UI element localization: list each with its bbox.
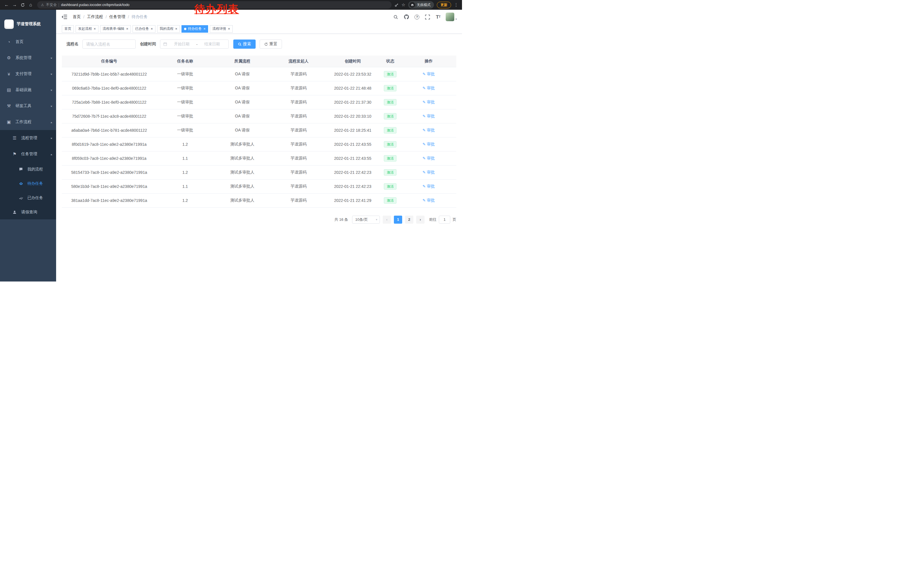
sidebar-item-leave-query[interactable]: 请假查询 [0,205,56,219]
chevron-down-icon: ▾ [50,89,52,92]
cell-created: 2022-01-21 22:42:23 [326,165,379,179]
page-size-select[interactable]: 10条/页 ▾ [352,216,380,224]
table-row: 580e1b3d-7ac8-11ec-a9e2-a2380e71991a 1.1… [62,179,456,193]
goto-unit: 页 [453,217,456,222]
tab[interactable]: 我的流程 × [157,25,180,33]
cell-initiator: 芋道源码 [271,123,326,137]
cell-process: OA 请假 [214,67,271,81]
status-badge: 激活 [384,169,396,176]
sidebar-item-done-task[interactable]: 已办任务 [0,191,56,205]
back-icon[interactable]: ← [3,1,10,9]
bookmark-star-icon[interactable]: ☆ [402,2,405,8]
tab-close-icon[interactable]: × [203,27,206,31]
cell-task-id: 381aa1dd-7ac8-11ec-a9e2-a2380e71991a [62,193,157,207]
approve-link[interactable]: ✎ 审批 [423,142,435,147]
not-secure-icon: ⚠ [41,3,44,7]
cell-task-name: 1.2 [157,165,214,179]
tab[interactable]: 发起流程 × [76,25,99,33]
sidebar-collapse-icon[interactable] [61,14,68,20]
cell-task-name: 一级审批 [157,81,214,95]
sidebar-item-infrastructure[interactable]: ▤ 基础设施 ▾ [0,82,56,98]
breadcrumb-home[interactable]: 首页 [73,14,81,20]
prev-page-button[interactable]: ‹ [383,216,391,224]
cell-process: OA 请假 [214,81,271,95]
workflow-icon: ▣ [6,119,12,125]
caret-down-icon: ▾ [455,18,457,21]
cell-initiator: 芋道源码 [271,137,326,151]
logo-row: 芋道管理系统 [0,10,56,34]
page-button-1[interactable]: 1 [394,216,402,224]
tab-close-icon[interactable]: × [94,27,96,31]
tab[interactable]: 待办任务 × [182,25,208,33]
approve-link[interactable]: ✎ 审批 [423,100,435,105]
approve-link[interactable]: ✎ 审批 [423,128,435,133]
date-range-picker[interactable]: 开始日期 - 结束日期 [160,39,229,49]
search-button[interactable]: 搜索 [233,39,256,49]
github-icon[interactable] [404,14,410,20]
font-size-icon[interactable]: TT [435,14,441,20]
tab-close-icon[interactable]: × [228,27,230,31]
approve-link[interactable]: ✎ 审批 [423,198,435,203]
sidebar-item-devtools[interactable]: ⚒ 研发工具 ▾ [0,98,56,114]
page-button-2[interactable]: 2 [405,216,413,224]
tab-close-icon[interactable]: × [175,27,177,31]
sidebar-item-home[interactable]: ◔ 首页 [0,34,56,50]
table-row: a6aba0a4-7b6d-11ec-b781-acde48001122 一级审… [62,123,456,137]
tab[interactable]: 流程表单-编辑 × [100,25,131,33]
sidebar-item-process-mgmt[interactable]: ☰ 流程管理 ▾ [0,130,56,146]
tab-close-icon[interactable]: × [126,27,129,31]
approve-link[interactable]: ✎ 审批 [423,170,435,175]
navbar-right: ? TT ▾ [393,13,457,21]
approve-link[interactable]: ✎ 审批 [423,86,435,91]
goto-label: 前往 [429,217,436,222]
process-name-input[interactable] [82,39,136,49]
sidebar-item-workflow[interactable]: ▣ 工作流程 ▴ [0,114,56,130]
search-icon[interactable] [393,14,399,20]
cell-created: 2022-01-22 20:33:10 [326,109,379,123]
table-row: 75d72608-7b7f-11ec-a3c8-acde48001122 一级审… [62,109,456,123]
app-title: 芋道管理系统 [16,21,40,27]
help-icon[interactable]: ? [414,14,420,20]
cell-task-id: 580e1b3d-7ac8-11ec-a9e2-a2380e71991a [62,179,157,193]
cell-initiator: 芋道源码 [271,179,326,193]
incognito-badge[interactable]: 无痕模式 [408,1,434,9]
cell-process: 测试多审批人 [214,165,271,179]
tab[interactable]: 首页 × [62,25,74,33]
tab[interactable]: 已办任务 × [132,25,155,33]
sidebar-item-todo-task[interactable]: 待办任务 [0,176,56,191]
edit-icon: ✎ [423,184,426,188]
omnibox-divider [58,3,59,7]
edit-icon: ✎ [423,100,426,104]
cell-process: OA 请假 [214,95,271,109]
home-icon[interactable]: ⌂ [27,1,34,9]
cell-created: 2022-01-22 21:37:30 [326,95,379,109]
cell-task-id: a6aba0a4-7b6d-11ec-b781-acde48001122 [62,123,157,137]
reset-button[interactable]: 重置 [260,39,282,49]
approve-link[interactable]: ✎ 审批 [423,114,435,119]
fullscreen-icon[interactable] [424,14,431,20]
user-avatar[interactable]: ▾ [446,13,457,21]
tab-close-icon[interactable]: × [151,27,153,31]
cell-task-name: 1.2 [157,193,214,207]
tab[interactable]: 流程详情 × [210,25,233,33]
update-button[interactable]: 更新 [437,2,451,8]
breadcrumb-workflow[interactable]: 工作流程 [87,14,103,20]
next-page-button[interactable]: › [416,216,424,224]
approve-link[interactable]: ✎ 审批 [423,156,435,161]
approve-link[interactable]: ✎ 审批 [423,184,435,189]
tools-icon: ⚒ [6,104,12,108]
approve-link[interactable]: ✎ 审批 [423,72,435,77]
main-area: 首页 / 工作流程 / 任务管理 / 待办任务 [56,10,462,281]
sidebar-item-payment[interactable]: ¥ 支付管理 ▾ [0,66,56,82]
forward-icon[interactable]: → [11,1,18,9]
tags-view: 首页 × 发起流程 × 流程表单-编辑 × 已办任务 [56,24,462,34]
password-key-icon[interactable] [394,3,399,7]
breadcrumb-current: 待办任务 [132,14,148,20]
breadcrumb-task-mgmt[interactable]: 任务管理 [110,14,125,20]
goto-page-input[interactable] [439,216,450,224]
sidebar-item-task-mgmt[interactable]: ⚑ 任务管理 ▴ [0,146,56,162]
sidebar-item-my-process[interactable]: 我的流程 [0,162,56,176]
reload-icon[interactable] [19,1,26,9]
sidebar-item-system[interactable]: ⚙ 系统管理 ▾ [0,50,56,66]
chrome-menu-icon[interactable]: ⋮ [454,2,458,8]
